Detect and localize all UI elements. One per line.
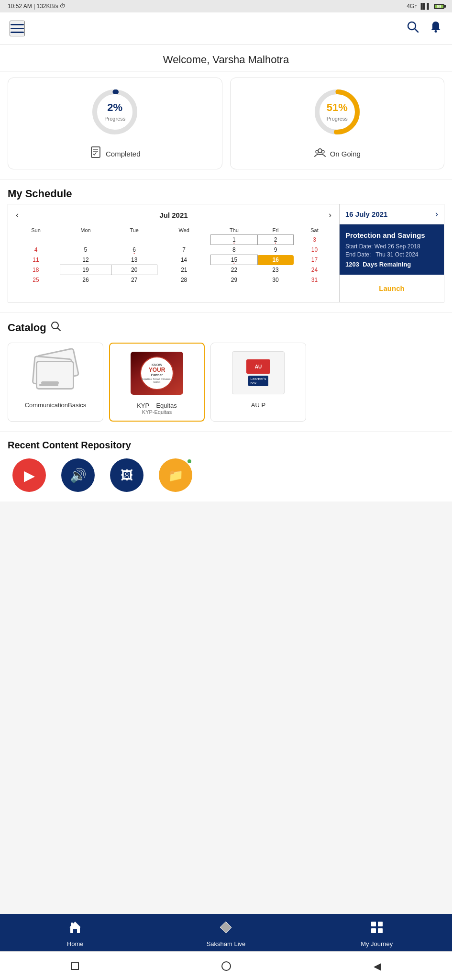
completed-percent: 2% [104, 101, 125, 114]
saksham-live-icon [218, 920, 233, 938]
menu-button[interactable] [10, 21, 25, 36]
video-icon: ▶ [12, 458, 46, 492]
calendar-day[interactable]: 23 [257, 265, 294, 275]
nav-my-journey[interactable]: My Journey [358, 920, 396, 947]
calendar-day[interactable]: 5 [60, 245, 111, 255]
calendar-panel: ‹ Jul 2021 › Sun Mon Tue Wed Thu Fri Sat [8, 204, 339, 302]
ongoing-footer: On Going [314, 146, 361, 161]
catalog-thumb-kyp: KNOW YOUR Partner Equitas Small Finance … [126, 349, 188, 397]
kyp-inner: KNOW YOUR Partner Equitas Small Finance … [140, 356, 174, 390]
event-end: End Date: Thu 31 Oct 2024 [345, 251, 438, 258]
event-next-button[interactable]: › [435, 209, 438, 219]
nav-home[interactable]: Home [56, 920, 94, 947]
calendar-day[interactable]: 11 [12, 255, 60, 265]
calendar-day[interactable]: 27 [111, 275, 157, 285]
calendar-day[interactable]: 12 [60, 255, 111, 265]
calendar-day[interactable] [12, 235, 60, 245]
calendar-day[interactable] [157, 235, 211, 245]
completed-label: Progress [104, 116, 125, 122]
my-journey-icon [369, 920, 385, 938]
calendar-day[interactable]: 4 [12, 245, 60, 255]
completed-footer: Completed [89, 146, 141, 161]
cal-day-sat: Sat [294, 226, 335, 235]
svg-line-1 [415, 29, 418, 32]
search-button[interactable] [406, 20, 419, 37]
calendar-day[interactable]: 16 [257, 255, 294, 265]
completed-card: 2% Progress Completed [8, 78, 222, 169]
catalog-sublabel-kyp: KYP-Equitas [142, 409, 172, 415]
battery-icon: 99 [434, 4, 444, 9]
audio-icon: 🔊 [61, 458, 95, 492]
status-right: 4G↑ ▐▌▌ 99 [407, 3, 444, 10]
calendar-day[interactable]: 9 [257, 245, 294, 255]
catalog-item-au[interactable]: AU Learner'sbox AU P [210, 343, 306, 422]
calendar-day[interactable] [111, 235, 157, 245]
recent-item-folder[interactable]: 📁 [154, 458, 197, 492]
calendar-day[interactable]: 3 [294, 235, 335, 245]
recent-content-title: Recent Content Repository [0, 432, 452, 455]
calendar-day[interactable]: 26 [60, 275, 111, 285]
calendar-day[interactable]: 15 [211, 255, 257, 265]
recent-content-section: Recent Content Repository ▶ 🔊 🖼 [0, 432, 452, 501]
svg-marker-19 [220, 922, 232, 933]
svg-rect-16 [73, 929, 77, 933]
android-home-button[interactable] [221, 961, 231, 971]
calendar-day[interactable]: 7 [157, 245, 211, 255]
catalog-section: Catalog CommunicationBasics [0, 313, 452, 431]
cal-next-button[interactable]: › [325, 208, 335, 222]
calendar-day[interactable]: 30 [257, 275, 294, 285]
welcome-section: Welcome, Varsha Malhotra [0, 45, 452, 71]
calendar-day[interactable]: 31 [294, 275, 335, 285]
calendar-day[interactable]: 6 [111, 245, 157, 255]
ongoing-card: 51% Progress On Going [230, 78, 445, 169]
android-square-icon [71, 962, 79, 970]
cal-day-tue: Tue [111, 226, 157, 235]
calendar-day[interactable]: 20 [111, 265, 157, 275]
launch-button[interactable]: Launch [344, 279, 439, 297]
cal-day-wed: Wed [157, 226, 211, 235]
notifications-button[interactable] [429, 20, 442, 37]
svg-rect-22 [371, 928, 376, 933]
calendar-day[interactable]: 25 [12, 275, 60, 285]
android-circle-icon [221, 961, 231, 971]
recent-content-list: ▶ 🔊 🖼 📁 [0, 455, 452, 501]
calendar-day[interactable]: 21 [157, 265, 211, 275]
calendar-day[interactable]: 8 [211, 245, 257, 255]
calendar-day[interactable]: 29 [211, 275, 257, 285]
svg-line-14 [57, 328, 60, 331]
recent-item-image[interactable]: 🖼 [105, 458, 148, 492]
recent-item-audio[interactable]: 🔊 [56, 458, 99, 492]
event-start: Start Date: Wed 26 Sep 2018 [345, 243, 438, 250]
calendar-day[interactable]: 1 [211, 235, 257, 245]
calendar-day[interactable]: 17 [294, 255, 335, 265]
calendar-day[interactable]: 22 [211, 265, 257, 275]
status-bar: 10:52 AM | 132KB/s ⏱ 4G↑ ▐▌▌ 99 [0, 0, 452, 12]
card-stack-icon [29, 351, 82, 394]
calendar-day[interactable]: 28 [157, 275, 211, 285]
cal-prev-button[interactable]: ‹ [12, 208, 22, 222]
catalog-item-kyp-equitas[interactable]: KNOW YOUR Partner Equitas Small Finance … [109, 343, 205, 422]
svg-rect-20 [371, 922, 376, 926]
calendar-day[interactable]: 13 [111, 255, 157, 265]
calendar-header: ‹ Jul 2021 › [12, 208, 335, 222]
event-days-remaining: 1203 Days Remaining [345, 261, 438, 268]
android-back-button[interactable]: ◀ [374, 960, 381, 972]
recent-item-video[interactable]: ▶ [8, 458, 51, 492]
catalog-list: CommunicationBasics KNOW YOUR Partner Eq… [0, 339, 452, 431]
calendar-day[interactable]: 19 [60, 265, 111, 275]
learners-box: Learner'sbox [248, 376, 268, 386]
calendar-month: Jul 2021 [159, 211, 187, 219]
catalog-search-icon[interactable] [50, 321, 62, 335]
catalog-thumb-comm-basics [24, 349, 87, 397]
nav-saksham-live[interactable]: Saksham Live [207, 920, 246, 947]
android-recent-button[interactable] [71, 962, 79, 970]
calendar-day[interactable] [60, 235, 111, 245]
calendar-day[interactable]: 14 [157, 255, 211, 265]
catalog-item-comm-basics[interactable]: CommunicationBasics [8, 343, 103, 422]
calendar-day[interactable]: 10 [294, 245, 335, 255]
calendar-day[interactable]: 2 [257, 235, 294, 245]
home-icon [67, 920, 83, 938]
calendar-day[interactable]: 18 [12, 265, 60, 275]
calendar-day[interactable]: 24 [294, 265, 335, 275]
completed-donut: 2% Progress [88, 86, 141, 138]
